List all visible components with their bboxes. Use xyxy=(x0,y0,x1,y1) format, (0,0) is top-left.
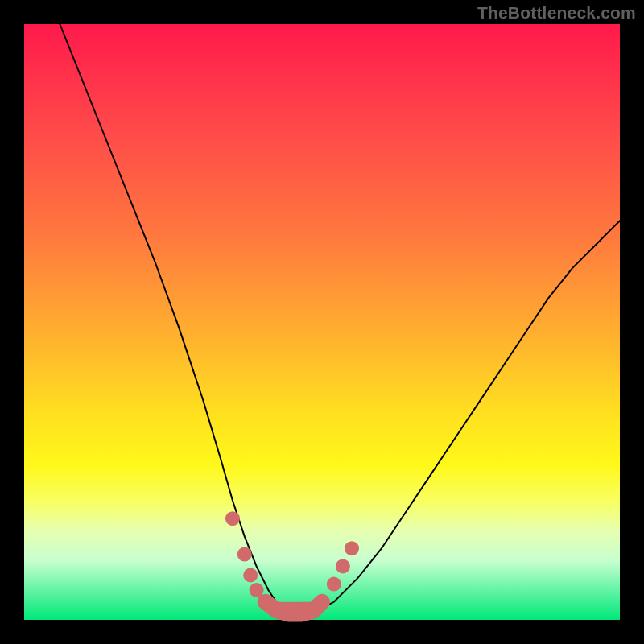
marker-group xyxy=(225,511,359,621)
bottleneck-curve xyxy=(24,24,620,620)
data-marker xyxy=(225,511,240,526)
plot-area xyxy=(24,24,620,620)
watermark-label: TheBottleneck.com xyxy=(477,3,636,23)
data-marker xyxy=(250,583,264,597)
data-marker xyxy=(345,541,359,555)
curve-path xyxy=(60,24,620,614)
data-marker xyxy=(237,547,252,562)
data-marker xyxy=(243,568,258,583)
data-marker xyxy=(336,559,350,573)
chart-frame: TheBottleneck.com xyxy=(0,0,644,644)
data-marker xyxy=(315,595,329,609)
data-marker xyxy=(258,595,273,609)
data-marker xyxy=(327,577,341,592)
